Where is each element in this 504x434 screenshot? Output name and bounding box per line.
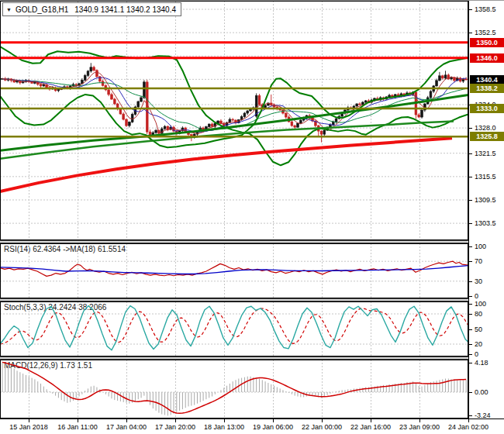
candle-body [131, 115, 133, 122]
candle-body [111, 95, 113, 99]
time-tick-label: 22 Jan 16:00 [350, 423, 391, 431]
price-tick-label: 1352.5 [475, 29, 496, 36]
candle-body [264, 105, 267, 108]
stochastic-canvas[interactable] [0, 301, 468, 356]
candle-body [438, 76, 440, 81]
time-tick-mark [29, 419, 29, 422]
time-axis[interactable]: 15 Jan 201816 Jan 11:0017 Jan 04:0017 Ja… [0, 418, 504, 434]
tick-mark [469, 33, 472, 33]
candle-body [96, 71, 98, 77]
panel-splitter-3[interactable] [0, 356, 504, 360]
candle-body [43, 84, 45, 86]
price-tick-label: 1321.5 [475, 150, 496, 157]
candle-body [137, 102, 140, 107]
time-tick-label: 19 Jan 06:00 [253, 423, 293, 431]
candle-body [232, 119, 234, 120]
stoch-tick-label: 20 [475, 340, 482, 348]
panel-splitter-1[interactable] [0, 240, 504, 243]
tick-mark [469, 363, 472, 363]
time-tick-mark [419, 419, 420, 422]
price-tick-label: 1358.5 [475, 5, 496, 13]
candle-body [16, 81, 19, 82]
macd-signal-line [2, 362, 466, 413]
macd-panel: MACD(12,26,9) 1.73 1.51 [0, 360, 468, 418]
main-chart-canvas[interactable] [0, 1, 468, 240]
candle-body [418, 115, 420, 117]
price-tick-label: 1328.0 [475, 124, 496, 132]
rsi-tick-label: 100 [475, 243, 486, 250]
stoch-tick-label: 80 [475, 310, 482, 318]
candle-body [359, 104, 361, 105]
time-tick-mark [224, 419, 225, 422]
price-axis[interactable]: 1358.51352.51334.01328.01321.51315.51309… [468, 1, 504, 418]
candle-body [87, 71, 89, 76]
candle-body [128, 122, 130, 126]
main-chart-panel: ▼ GOLD_G18,H1 1340.9 1341.1 1340.2 1340.… [0, 1, 468, 240]
candle-body [388, 95, 391, 97]
time-tick-mark [78, 419, 78, 422]
candle-body [294, 126, 296, 127]
price-level-badge: 1333.0 [470, 104, 504, 113]
time-tick-mark [175, 419, 176, 422]
candle-body [167, 126, 169, 129]
rsi-line [0, 261, 468, 276]
tick-mark [469, 261, 472, 262]
candle-body [444, 75, 447, 78]
tick-mark [469, 296, 472, 297]
tick-mark [469, 281, 472, 282]
candle-body [285, 113, 287, 117]
candle-body [57, 89, 60, 91]
candle-body [323, 130, 326, 134]
chart-window: ▼ GOLD_G18,H1 1340.9 1341.1 1340.2 1340.… [0, 0, 504, 434]
tick-mark [469, 223, 472, 224]
candle-body [13, 81, 16, 82]
rsi-canvas[interactable] [0, 243, 468, 298]
time-tick-label: 17 Jan 20:00 [155, 423, 195, 431]
candle-body [126, 119, 128, 126]
price-level-badge: 1338.2 [470, 84, 504, 93]
tick-mark [469, 128, 472, 129]
candle-body [113, 99, 116, 104]
time-tick-mark [322, 419, 323, 422]
chart-title: ▼ GOLD_G18,H1 1340.9 1341.1 1340.2 1340.… [2, 2, 181, 16]
candle-body [119, 109, 122, 115]
candle-body [108, 90, 110, 95]
candle-body [90, 67, 92, 71]
time-tick-label: 23 Jan 09:00 [399, 423, 440, 431]
candle-body [430, 91, 432, 98]
candle-body [143, 82, 145, 98]
tick-mark [469, 177, 472, 177]
macd-canvas[interactable] [0, 360, 468, 418]
candle-body [93, 67, 95, 71]
ma-red-thick-line [0, 138, 452, 191]
candle-body [421, 110, 423, 117]
candle-body [441, 76, 444, 78]
tick-mark [469, 314, 472, 315]
rsi-tick-label: 30 [475, 277, 482, 285]
time-tick-label: 24 Jan 02:00 [448, 423, 488, 431]
candle-body [258, 95, 261, 105]
ohlc-quote-label: 1340.9 1341.1 1340.2 1340.4 [74, 5, 176, 14]
candle-body [123, 114, 125, 119]
rsi-tick-label: 70 [475, 257, 482, 265]
candle-body [40, 84, 42, 86]
tick-mark [469, 304, 472, 305]
candle-body [243, 113, 246, 117]
candle-body [436, 81, 438, 86]
candle-body [211, 124, 213, 126]
panel-splitter-2[interactable] [0, 298, 504, 301]
candle-body [155, 130, 157, 133]
candle-body [140, 98, 143, 102]
candle-body [164, 126, 166, 129]
candle-body [356, 104, 358, 106]
chevron-down-icon[interactable]: ▼ [6, 7, 12, 12]
tick-mark [469, 246, 472, 247]
candle-body [84, 75, 86, 80]
stoch-k-line [0, 306, 468, 350]
time-tick-label: 18 Jan 13:00 [204, 423, 244, 431]
bb-lower-line [0, 95, 247, 147]
price-tick-label: 1315.5 [475, 173, 496, 181]
stoch-tick-label: 100 [475, 300, 486, 308]
symbol-label: GOLD_G18,H1 [16, 5, 68, 14]
price-level-badge: 1350.0 [470, 38, 504, 47]
